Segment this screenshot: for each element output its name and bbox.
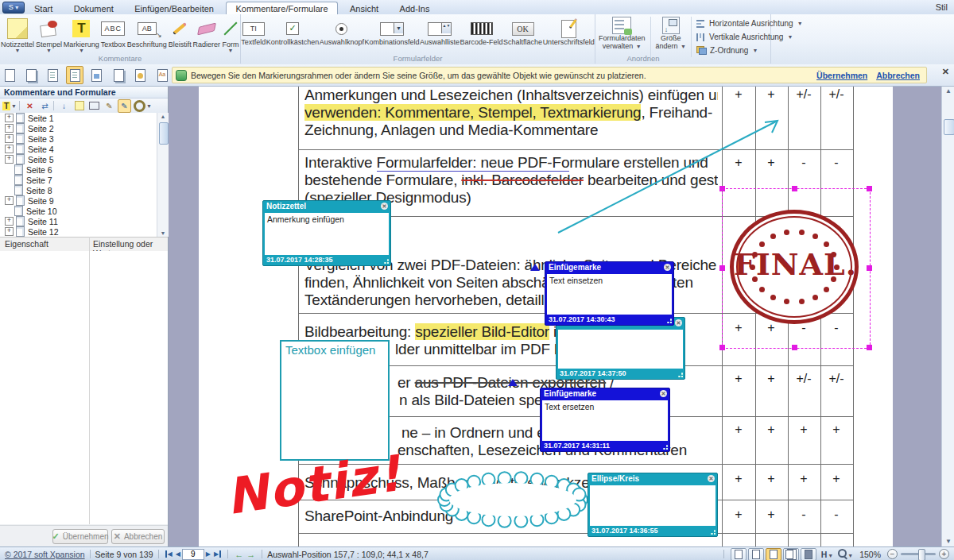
last-page-button[interactable]: ▶ — [214, 550, 221, 558]
panel-tab-images[interactable] — [88, 66, 106, 84]
view-mode-facing-button[interactable] — [783, 548, 799, 560]
form-button[interactable]: Form▼ — [222, 17, 239, 53]
note-popup[interactable]: Notizzettel✕ Anmerkung einfügen 31.07.20… — [262, 200, 391, 266]
horizontale-ausrichtung-button[interactable]: Horizontale Ausrichtung▼ — [696, 17, 803, 30]
ellipse-popup[interactable]: Ellipse/Kreis✕ 31.07.2017 14:36:55 — [588, 473, 718, 537]
goto-button[interactable]: ↓ — [57, 99, 71, 113]
tree-scrollbar[interactable]: ▲ ▼ — [157, 113, 169, 237]
final-stamp[interactable]: FINAL. — [730, 210, 859, 324]
selection-handle[interactable] — [792, 186, 797, 191]
app-logo[interactable]: S ▾ — [2, 2, 25, 14]
popup-body[interactable] — [558, 330, 683, 369]
close-icon[interactable]: ✕ — [660, 390, 667, 397]
stempel-button[interactable]: Stempel▼ — [36, 17, 62, 53]
infobar-cancel-link[interactable]: Abbrechen — [876, 71, 920, 80]
cancel-button[interactable]: ✕Abbrechen — [111, 529, 165, 544]
expand-icon[interactable]: + — [5, 114, 14, 122]
unterschriftsfeld-button[interactable]: Unterschriftsfeld — [543, 19, 595, 46]
tree-item-seite-6[interactable]: Seite 6 — [0, 164, 157, 175]
close-icon[interactable]: ✕ — [675, 319, 682, 326]
view-mode-continuous-button[interactable] — [766, 548, 781, 560]
vertikale-ausrichtung-button[interactable]: Vertikale Ausrichtung▼ — [696, 30, 803, 44]
kombinationsfeld-button[interactable]: Kombinationsfeld — [364, 19, 419, 46]
tree-item-seite-7[interactable]: Seite 7 — [0, 175, 157, 185]
tree-item-seite-5[interactable]: +Seite 5 — [0, 154, 157, 164]
tree-item-seite-4[interactable]: +Seite 4 — [0, 144, 157, 154]
zoom-in-button[interactable]: + — [939, 549, 949, 559]
copyright-link[interactable]: © 2017 soft Xpansion — [5, 550, 85, 559]
resize-grip-icon[interactable] — [665, 317, 672, 323]
view-mode-single-button[interactable] — [748, 548, 764, 560]
beschriftung-button[interactable]: ABBeschriftung — [127, 17, 167, 48]
tree-item-seite-3[interactable]: +Seite 3 — [0, 133, 157, 144]
notizzettel-button[interactable]: Notizzettel▼ — [1, 17, 34, 53]
infobar-apply-link[interactable]: Übernehmen — [816, 71, 867, 80]
next-page-button[interactable]: ▶ — [206, 550, 211, 558]
close-icon[interactable]: ✕ — [381, 203, 388, 210]
panel-tab-thumbnails[interactable] — [22, 66, 40, 84]
resize-grip-icon[interactable] — [677, 371, 683, 377]
auswahlknopf-button[interactable]: Auswahlknopf — [320, 19, 364, 46]
tree-item-seite-10[interactable]: Seite 10 — [0, 206, 157, 216]
note-tool-button[interactable] — [72, 99, 86, 113]
view-mode-full-button[interactable] — [801, 548, 816, 560]
scrollbar-thumb[interactable] — [944, 119, 954, 135]
expand-icon[interactable]: + — [5, 217, 14, 226]
expand-icon[interactable]: + — [5, 155, 14, 164]
sort-button[interactable]: ⇄ — [38, 99, 52, 113]
popup-titlebar[interactable]: Notizzettel✕ — [263, 201, 390, 213]
selection-handle[interactable] — [867, 345, 872, 350]
cloud-annotation[interactable] — [436, 469, 591, 531]
panel-tab-pages[interactable] — [1, 66, 18, 84]
replace-mark-popup[interactable]: Einfügemarke✕ Text ersetzen 31.07.2017 1… — [540, 388, 670, 452]
tree-item-seite-9[interactable]: +Seite 9 — [0, 195, 157, 206]
textbox-annotation[interactable]: Textbox einfügen — [280, 340, 390, 461]
markierung-button[interactable]: TMarkierung▼ — [64, 17, 99, 53]
resize-grip-icon[interactable] — [382, 257, 389, 264]
text-style-button[interactable]: T▼ — [2, 99, 17, 113]
formulardaten-verwalten-button[interactable]: Formulardaten verwalten ▼ — [599, 17, 646, 57]
panel-tab-copy[interactable] — [110, 66, 127, 84]
selection-handle[interactable] — [719, 186, 725, 191]
delete-button[interactable]: ✕ — [23, 99, 37, 113]
previous-page-button[interactable]: ◀ — [176, 550, 180, 558]
history-forward-button[interactable]: → — [246, 550, 255, 559]
z-ordnung-button[interactable]: Z-Ordnung▼ — [696, 44, 803, 57]
insert-mark-popup[interactable]: Einfügemarke✕ Text einsetzen 31.07.2017 … — [545, 261, 674, 326]
kontrollkaestchen-button[interactable]: ✓Kontrollkästchen — [266, 19, 320, 46]
settings-button[interactable]: ▼ — [133, 99, 153, 113]
textbox-button[interactable]: ABCTextbox — [101, 17, 126, 48]
panel-tab-outline[interactable] — [45, 66, 62, 84]
scroll-up-icon[interactable]: ▲ — [157, 114, 169, 119]
popup-body[interactable] — [590, 485, 716, 526]
zoom-slider-thumb[interactable] — [918, 549, 925, 560]
tree-item-seite-11[interactable]: +Seite 11 — [0, 216, 157, 226]
close-icon[interactable]: ✕ — [664, 264, 671, 271]
barcode-feld-button[interactable]: Barcode-Feld — [460, 19, 503, 46]
bleistift-button[interactable]: Bleistift — [169, 17, 192, 48]
selection-handle[interactable] — [719, 265, 725, 271]
textfeld-button[interactable]: TITextfeld — [241, 19, 266, 46]
popup-body[interactable]: Text ersetzen — [542, 400, 668, 441]
popup-titlebar[interactable]: Ellipse/Kreis✕ — [588, 473, 717, 485]
auswahlliste-button[interactable]: Auswahlliste — [420, 19, 460, 46]
selection-handle[interactable] — [867, 186, 872, 191]
popup-body[interactable]: Text einsetzen — [547, 274, 672, 315]
scroll-down-icon[interactable]: ▼ — [942, 538, 954, 545]
document-scrollbar[interactable]: ▲ ▼ — [941, 86, 954, 546]
tree-item-seite-1[interactable]: +Seite 1 — [0, 113, 157, 123]
popup-body[interactable]: Anmerkung einfügen — [265, 213, 389, 255]
fit-height-button[interactable]: H▼ — [821, 550, 834, 559]
panel-tab-fonts[interactable] — [153, 66, 171, 84]
zoom-out-button[interactable]: − — [887, 549, 898, 559]
expand-icon[interactable]: + — [5, 227, 14, 236]
close-icon[interactable]: ✕ — [708, 475, 715, 482]
selection-handle[interactable] — [719, 345, 725, 350]
tree-item-seite-2[interactable]: +Seite 2 — [0, 123, 157, 133]
expand-icon[interactable]: + — [5, 134, 14, 143]
tree-item-seite-12[interactable]: +Seite 12 — [0, 226, 157, 237]
tree-item-seite-8[interactable]: Seite 8 — [0, 185, 157, 195]
scroll-down-icon[interactable]: ▼ — [157, 230, 169, 236]
expand-icon[interactable]: + — [5, 196, 14, 205]
expand-icon[interactable]: + — [5, 145, 14, 153]
